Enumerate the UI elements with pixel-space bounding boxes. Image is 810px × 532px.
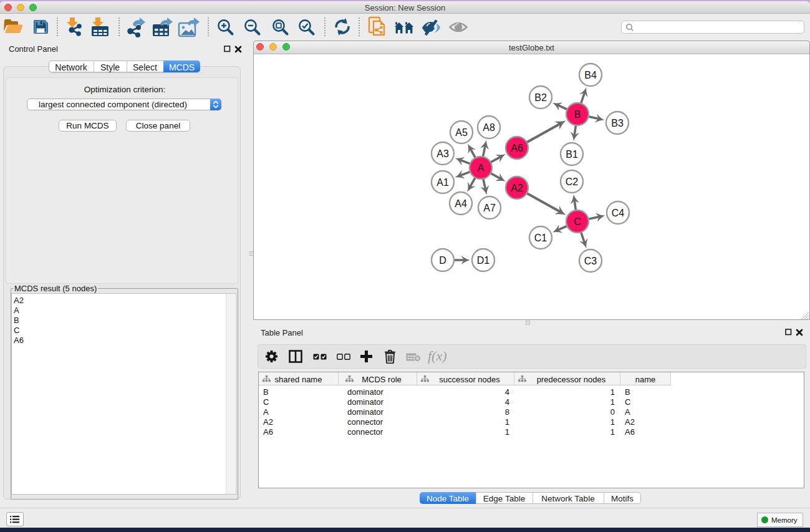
svg-text:A6: A6 [511, 143, 523, 153]
svg-text:B2: B2 [534, 92, 547, 103]
svg-text:B1: B1 [566, 149, 578, 160]
svg-text:C: C [574, 216, 581, 227]
svg-text:C2: C2 [566, 177, 579, 187]
svg-text:C1: C1 [534, 233, 547, 243]
svg-text:A: A [478, 163, 485, 173]
svg-text:A3: A3 [436, 148, 449, 159]
svg-text:A7: A7 [483, 203, 496, 213]
svg-text:C4: C4 [612, 208, 625, 218]
svg-text:A2: A2 [511, 183, 523, 193]
svg-text:D1: D1 [477, 255, 490, 266]
svg-text:A8: A8 [483, 122, 495, 133]
svg-text:B: B [574, 109, 581, 120]
svg-text:A1: A1 [436, 177, 449, 188]
svg-text:A4: A4 [455, 198, 467, 209]
svg-text:B3: B3 [611, 118, 624, 128]
svg-text:A5: A5 [455, 127, 468, 138]
svg-text:B4: B4 [584, 70, 597, 80]
svg-text:D: D [439, 255, 446, 266]
svg-text:C3: C3 [584, 256, 597, 266]
